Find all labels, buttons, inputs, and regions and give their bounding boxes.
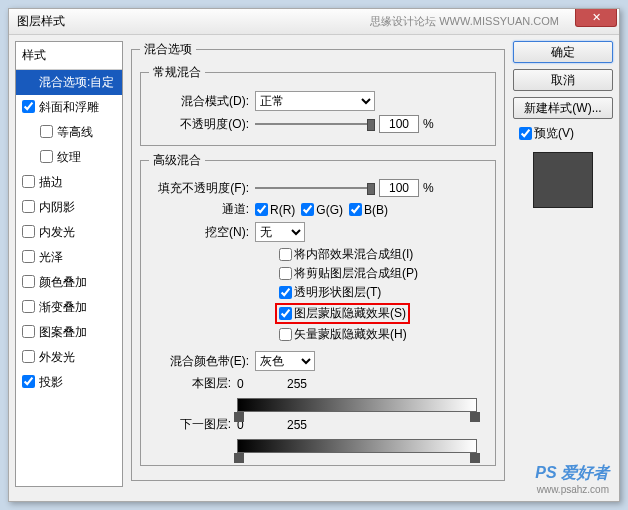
- thislayer-label: 本图层:: [149, 375, 231, 392]
- sidebar-checkbox[interactable]: [22, 250, 35, 263]
- dialog-subtitle: 思缘设计论坛 WWW.MISSYUAN.COM: [370, 14, 559, 29]
- channel-g[interactable]: G(G): [301, 203, 343, 217]
- general-blending-group: 常规混合 混合模式(D): 正常 不透明度(O): %: [140, 64, 496, 146]
- channel-b[interactable]: B(B): [349, 203, 388, 217]
- sidebar-checkbox[interactable]: [40, 125, 53, 138]
- sidebar-checkbox[interactable]: [22, 300, 35, 313]
- opacity-input[interactable]: [379, 115, 419, 133]
- sidebar-checkbox[interactable]: [22, 325, 35, 338]
- sidebar-item-0[interactable]: 混合选项:自定: [16, 70, 122, 95]
- sidebar-checkbox[interactable]: [22, 100, 35, 113]
- titlebar: 图层样式 思缘设计论坛 WWW.MISSYUAN.COM ✕: [9, 9, 619, 35]
- adv-option-1[interactable]: 将剪贴图层混合成组(P): [279, 265, 418, 282]
- fill-opacity-label: 填充不透明度(F):: [149, 180, 249, 197]
- blend-mode-select[interactable]: 正常: [255, 91, 375, 111]
- dialog-title: 图层样式: [17, 13, 65, 30]
- channel-r[interactable]: R(R): [255, 203, 295, 217]
- sidebar-item-6[interactable]: 内发光: [16, 220, 122, 245]
- sidebar-item-11[interactable]: 外发光: [16, 345, 122, 370]
- fill-opacity-input[interactable]: [379, 179, 419, 197]
- knockout-select[interactable]: 无: [255, 222, 305, 242]
- sidebar-item-label: 渐变叠加: [39, 299, 87, 316]
- sidebar-item-label: 光泽: [39, 249, 63, 266]
- watermark: PS 爱好者 www.psahz.com: [535, 463, 609, 495]
- fill-opacity-slider[interactable]: [255, 182, 375, 194]
- sidebar-item-label: 混合选项:自定: [39, 74, 114, 91]
- sidebar-item-label: 描边: [39, 174, 63, 191]
- sidebar-item-label: 纹理: [57, 149, 81, 166]
- preview-checkbox[interactable]: 预览(V): [519, 125, 607, 142]
- preview-swatch: [533, 152, 593, 208]
- blending-options-panel: 混合选项 常规混合 混合模式(D): 正常 不透明度(O): %: [127, 41, 509, 487]
- sidebar-item-5[interactable]: 内阴影: [16, 195, 122, 220]
- sidebar-item-label: 内发光: [39, 224, 75, 241]
- sidebar-item-1[interactable]: 斜面和浮雕: [16, 95, 122, 120]
- sidebar-checkbox[interactable]: [22, 375, 35, 388]
- general-blending-legend: 常规混合: [149, 64, 205, 81]
- underlayer-label: 下一图层:: [149, 416, 231, 433]
- sidebar-item-label: 投影: [39, 374, 63, 391]
- close-button[interactable]: ✕: [575, 9, 617, 27]
- percent-label: %: [423, 117, 434, 131]
- sidebar-header: 样式: [16, 42, 122, 70]
- blending-options-fieldset: 混合选项 常规混合 混合模式(D): 正常 不透明度(O): %: [131, 41, 505, 481]
- thislayer-high: 255: [287, 377, 307, 391]
- sidebar-item-label: 图案叠加: [39, 324, 87, 341]
- blendif-label: 混合颜色带(E):: [149, 353, 249, 370]
- sidebar-item-4[interactable]: 描边: [16, 170, 122, 195]
- sidebar-item-9[interactable]: 渐变叠加: [16, 295, 122, 320]
- sidebar-item-3[interactable]: 纹理: [16, 145, 122, 170]
- adv-option-4[interactable]: 矢量蒙版隐藏效果(H): [279, 326, 407, 343]
- opacity-label: 不透明度(O):: [149, 116, 249, 133]
- underlayer-gradient[interactable]: [237, 439, 477, 453]
- thislayer-gradient[interactable]: [237, 398, 477, 412]
- thislayer-low: 0: [237, 377, 287, 391]
- sidebar-item-2[interactable]: 等高线: [16, 120, 122, 145]
- new-style-button[interactable]: 新建样式(W)...: [513, 97, 613, 119]
- adv-option-3[interactable]: 图层蒙版隐藏效果(S): [275, 303, 410, 324]
- sidebar-checkbox[interactable]: [22, 175, 35, 188]
- sidebar-item-7[interactable]: 光泽: [16, 245, 122, 270]
- right-column: 确定 取消 新建样式(W)... 预览(V): [513, 41, 613, 487]
- sidebar-item-label: 内阴影: [39, 199, 75, 216]
- percent-label: %: [423, 181, 434, 195]
- sidebar-item-label: 颜色叠加: [39, 274, 87, 291]
- adv-option-0[interactable]: 将内部效果混合成组(I): [279, 246, 413, 263]
- sidebar-item-label: 等高线: [57, 124, 93, 141]
- advanced-blending-legend: 高级混合: [149, 152, 205, 169]
- sidebar-checkbox[interactable]: [40, 150, 53, 163]
- styles-sidebar: 样式 混合选项:自定斜面和浮雕等高线纹理描边内阴影内发光光泽颜色叠加渐变叠加图案…: [15, 41, 123, 487]
- sidebar-item-12[interactable]: 投影: [16, 370, 122, 395]
- blendif-select[interactable]: 灰色: [255, 351, 315, 371]
- advanced-blending-group: 高级混合 填充不透明度(F): % 通道: R(R) G(G) B(B): [140, 152, 496, 466]
- underlayer-low: 0: [237, 418, 287, 432]
- panel-title: 混合选项: [140, 41, 196, 58]
- sidebar-item-label: 外发光: [39, 349, 75, 366]
- underlayer-high: 255: [287, 418, 307, 432]
- blend-mode-label: 混合模式(D):: [149, 93, 249, 110]
- sidebar-checkbox[interactable]: [22, 275, 35, 288]
- adv-option-2[interactable]: 透明形状图层(T): [279, 284, 381, 301]
- cancel-button[interactable]: 取消: [513, 69, 613, 91]
- sidebar-checkbox[interactable]: [22, 350, 35, 363]
- opacity-slider[interactable]: [255, 118, 375, 130]
- sidebar-item-8[interactable]: 颜色叠加: [16, 270, 122, 295]
- sidebar-item-10[interactable]: 图案叠加: [16, 320, 122, 345]
- sidebar-item-label: 斜面和浮雕: [39, 99, 99, 116]
- sidebar-checkbox[interactable]: [22, 225, 35, 238]
- knockout-label: 挖空(N):: [149, 224, 249, 241]
- layer-style-dialog: 图层样式 思缘设计论坛 WWW.MISSYUAN.COM ✕ 样式 混合选项:自…: [8, 8, 620, 502]
- ok-button[interactable]: 确定: [513, 41, 613, 63]
- channel-label: 通道:: [149, 201, 249, 218]
- sidebar-checkbox[interactable]: [22, 200, 35, 213]
